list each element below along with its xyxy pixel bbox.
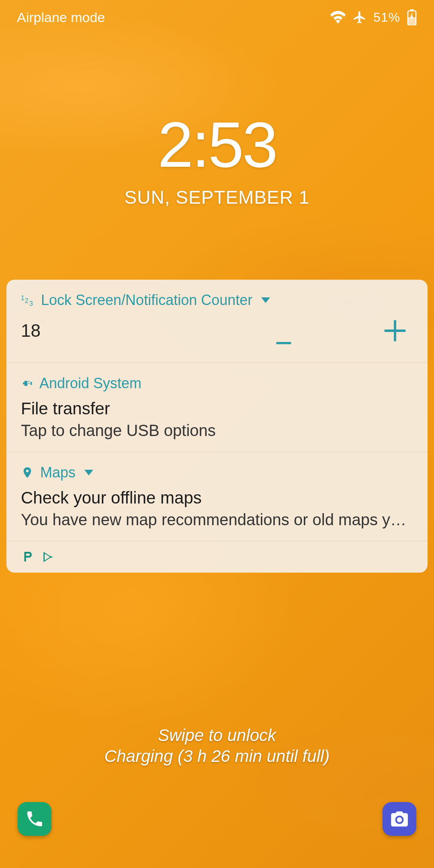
clock-date: SUN, SEPTEMBER 1 <box>0 186 434 208</box>
camera-shortcut[interactable] <box>383 802 416 836</box>
notification-body: Tap to change USB options <box>21 422 413 440</box>
battery-charging-icon <box>407 9 417 25</box>
maps-icon <box>21 466 34 479</box>
svg-rect-1 <box>410 9 414 11</box>
swipe-hint: Swipe to unlock <box>0 726 434 745</box>
maps-app-name: Maps <box>40 464 76 481</box>
status-bar: Airplane mode 51% <box>0 0 434 28</box>
lock-screen-hint: Swipe to unlock Charging (3 h 26 min unt… <box>0 726 434 766</box>
notification-header: 123 Lock Screen/Notification Counter <box>21 292 413 309</box>
clock-time: 2:53 <box>0 113 434 177</box>
svg-text:3: 3 <box>29 300 33 307</box>
chevron-down-icon[interactable] <box>84 470 93 475</box>
notification-summary-row[interactable] <box>6 541 428 573</box>
notification-android-system[interactable]: Android System File transfer Tap to chan… <box>6 363 428 452</box>
notification-maps[interactable]: Maps Check your offline maps You have ne… <box>6 452 428 541</box>
notification-counter[interactable]: 123 Lock Screen/Notification Counter 18 … <box>6 280 428 363</box>
status-right: 51% <box>330 9 417 25</box>
notification-panel[interactable]: 123 Lock Screen/Notification Counter 18 … <box>6 280 428 573</box>
lock-screen-clock: 2:53 SUN, SEPTEMBER 1 <box>0 113 434 208</box>
notification-header: Maps <box>21 464 413 481</box>
android-system-app-name: Android System <box>39 375 141 392</box>
airplane-icon <box>352 10 367 25</box>
increment-button[interactable] <box>381 317 409 345</box>
notification-title: Check your offline maps <box>21 488 413 508</box>
parking-icon <box>21 550 35 564</box>
notification-title: File transfer <box>21 399 413 418</box>
play-store-icon <box>42 550 55 564</box>
usb-icon <box>21 377 33 389</box>
battery-percentage: 51% <box>373 10 400 25</box>
chevron-down-icon[interactable] <box>261 297 270 303</box>
status-left-text: Airplane mode <box>17 10 105 25</box>
wifi-icon <box>330 11 346 24</box>
counter-app-name: Lock Screen/Notification Counter <box>41 292 252 309</box>
phone-shortcut[interactable] <box>18 802 51 836</box>
counter-app-icon: 123 <box>21 293 35 307</box>
counter-value: 18 <box>21 321 41 341</box>
charging-status: Charging (3 h 26 min until full) <box>0 747 434 766</box>
notification-body: You have new map recommendations or old … <box>21 511 413 529</box>
svg-text:2: 2 <box>25 297 29 304</box>
svg-text:1: 1 <box>21 295 25 301</box>
notification-header: Android System <box>21 375 413 392</box>
